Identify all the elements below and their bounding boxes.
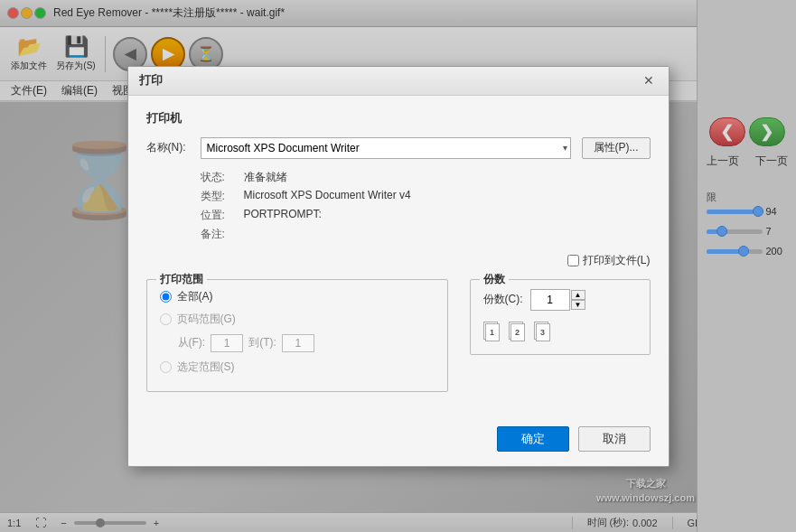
selection-radio-row: 选定范围(S) — [160, 359, 435, 375]
status-row: 状态: 准备就绪 — [201, 170, 651, 185]
collate-set-1: 1 1 — [483, 322, 503, 345]
dialog-close-button[interactable]: ✕ — [640, 71, 658, 89]
print-range-col: 打印范围 全部(A) 页码范围(G) 从(F): — [146, 279, 448, 403]
all-radio[interactable] — [160, 291, 172, 303]
cancel-button[interactable]: 取消 — [578, 426, 651, 452]
dialog-overlay: 打印 ✕ 打印机 名称(N): Microsoft XPS Document W… — [0, 0, 796, 532]
type-key: 类型: — [201, 189, 244, 204]
properties-button[interactable]: 属性(P)... — [582, 137, 651, 159]
comment-row: 备注: — [201, 227, 651, 242]
print-range-legend: 打印范围 — [156, 272, 207, 287]
page-stack-3: 3 3 — [534, 322, 554, 345]
spin-buttons: ▲ ▼ — [571, 290, 585, 310]
dialog-actions: 确定 取消 — [128, 417, 669, 466]
all-radio-label[interactable]: 全部(A) — [177, 289, 213, 304]
page-sheet-4: 2 — [510, 323, 525, 341]
print-to-file-checkbox[interactable] — [567, 255, 579, 266]
type-val: Microsoft XPS Document Writer v4 — [244, 189, 411, 204]
copies-col: 份数 份数(C): ▲ ▼ — [470, 279, 651, 403]
collate-set-3: 3 3 — [534, 322, 554, 345]
to-input[interactable] — [282, 334, 314, 352]
from-input[interactable] — [211, 334, 243, 352]
selection-radio[interactable] — [160, 361, 172, 373]
type-row: 类型: Microsoft XPS Document Writer v4 — [201, 189, 651, 204]
status-key: 状态: — [201, 170, 244, 185]
selection-label[interactable]: 选定范围(S) — [177, 359, 235, 375]
dialog-body: 打印机 名称(N): Microsoft XPS Document Writer… — [128, 96, 669, 417]
from-to-row: 从(F): 到(T): — [178, 334, 435, 352]
collate-icons: 1 1 2 2 — [483, 322, 637, 345]
print-to-file-row: 打印到文件(L) — [146, 253, 651, 268]
copies-legend: 份数 — [480, 272, 509, 287]
printer-name-label: 名称(N): — [146, 140, 201, 155]
page-sheet-2: 1 — [485, 323, 500, 341]
copies-group: 份数 份数(C): ▲ ▼ — [470, 279, 651, 355]
ok-button[interactable]: 确定 — [497, 426, 569, 452]
location-row: 位置: PORTPROMPT: — [201, 208, 651, 223]
from-label: 从(F): — [178, 335, 206, 350]
page-range-radio[interactable] — [160, 313, 172, 325]
page-sheet-6: 3 — [536, 323, 550, 341]
printer-select-wrapper: Microsoft XPS Document Writer ▾ — [201, 137, 571, 159]
print-range-group: 打印范围 全部(A) 页码范围(G) 从(F): — [146, 279, 448, 392]
print-to-file-label[interactable]: 打印到文件(L) — [583, 253, 651, 268]
page-stack-2: 2 2 — [509, 322, 529, 345]
copies-spinner: ▲ ▼ — [530, 289, 585, 311]
print-dialog: 打印 ✕ 打印机 名称(N): Microsoft XPS Document W… — [127, 66, 670, 467]
copies-input-row: 份数(C): ▲ ▼ — [483, 289, 637, 311]
collate-set-2: 2 2 — [509, 322, 529, 345]
copies-label: 份数(C): — [483, 292, 523, 307]
printer-section-title: 打印机 — [146, 110, 651, 126]
status-val: 准备就绪 — [244, 170, 287, 185]
dialog-two-col: 打印范围 全部(A) 页码范围(G) 从(F): — [146, 279, 651, 403]
printer-info-grid: 状态: 准备就绪 类型: Microsoft XPS Document Writ… — [201, 170, 651, 242]
location-key: 位置: — [201, 208, 244, 223]
spin-down-button[interactable]: ▼ — [571, 300, 585, 310]
all-radio-row: 全部(A) — [160, 289, 435, 304]
page-stack-1: 1 1 — [483, 322, 503, 345]
location-val: PORTPROMPT: — [244, 208, 322, 223]
printer-name-select[interactable]: Microsoft XPS Document Writer — [201, 137, 571, 159]
comment-key: 备注: — [201, 227, 244, 242]
to-label: 到(T): — [248, 335, 276, 350]
dialog-title-bar: 打印 ✕ — [128, 67, 669, 96]
page-range-radio-row: 页码范围(G) — [160, 312, 435, 327]
copies-input[interactable] — [530, 289, 570, 311]
dialog-title: 打印 — [139, 72, 163, 89]
printer-name-row: 名称(N): Microsoft XPS Document Writer ▾ 属… — [146, 137, 651, 159]
page-range-label[interactable]: 页码范围(G) — [177, 312, 236, 327]
spin-up-button[interactable]: ▲ — [571, 290, 585, 300]
